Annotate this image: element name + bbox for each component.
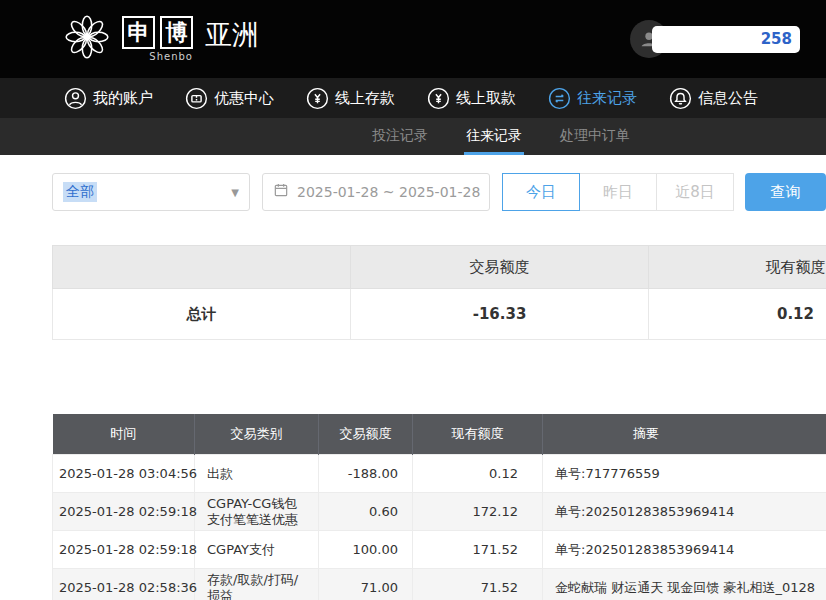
account-icon bbox=[64, 87, 87, 110]
col-header-time: 时间 bbox=[53, 414, 195, 455]
bell-icon bbox=[669, 87, 692, 110]
nav-label: 优惠中心 bbox=[214, 89, 274, 108]
col-header-memo: 摘要 bbox=[543, 414, 826, 455]
cell-amount: 0.60 bbox=[319, 493, 413, 531]
nav-label: 往来记录 bbox=[577, 89, 637, 108]
cell-time: 2025-01-28 03:04:56 bbox=[53, 455, 195, 493]
tab-pending-orders[interactable]: 处理中订单 bbox=[558, 118, 632, 155]
brand-char-1: 申 bbox=[122, 16, 155, 49]
tab-bet-records[interactable]: 投注记录 bbox=[370, 118, 430, 155]
cell-time: 2025-01-28 02:59:18 bbox=[53, 531, 195, 569]
cell-memo: 单号:202501283853969414 bbox=[543, 493, 826, 531]
table-row: 2025-01-28 02:59:18 CGPAY支付 100.00 171.5… bbox=[53, 531, 826, 569]
nav-item-withdraw[interactable]: 线上取款 bbox=[427, 87, 516, 110]
nav-item-announcements[interactable]: 信息公告 bbox=[669, 87, 758, 110]
cell-type: CGPAY-CG钱包支付笔笔送优惠 bbox=[195, 493, 319, 531]
date-range-value: 2025-01-28 ~ 2025-01-28 bbox=[297, 184, 480, 200]
filter-bar: 全部 ▼ 2025-01-28 ~ 2025-01-28 今日 昨日 近8日 查… bbox=[52, 173, 826, 211]
nav-label: 线上取款 bbox=[456, 89, 516, 108]
nav-item-transactions[interactable]: 往来记录 bbox=[548, 87, 637, 110]
summary-header-amount: 交易额度 bbox=[351, 246, 649, 289]
col-header-amount: 交易额度 bbox=[319, 414, 413, 455]
col-header-balance: 现有额度 bbox=[413, 414, 543, 455]
quick-yesterday-button[interactable]: 昨日 bbox=[579, 173, 657, 211]
cell-memo: 单号:202501283853969414 bbox=[543, 531, 826, 569]
brand-name-cn: 申 博 Shenbo bbox=[122, 16, 193, 62]
records-header-row: 时间 交易类别 交易额度 现有额度 摘要 bbox=[53, 414, 826, 455]
cell-amount: 71.00 bbox=[319, 569, 413, 600]
deposit-coin-icon bbox=[306, 87, 329, 110]
col-header-type: 交易类别 bbox=[195, 414, 319, 455]
brand-name-en: Shenbo bbox=[149, 51, 193, 62]
summary-header-empty bbox=[53, 246, 351, 289]
cell-memo: 单号:717776559 bbox=[543, 455, 826, 493]
cell-type: 存款/取款/打码/损益 bbox=[195, 569, 319, 600]
records-table: 时间 交易类别 交易额度 现有额度 摘要 2025-01-28 03:04:56… bbox=[52, 414, 826, 600]
cell-balance: 172.12 bbox=[413, 493, 543, 531]
type-select[interactable]: 全部 ▼ bbox=[52, 173, 250, 211]
cell-balance: 71.52 bbox=[413, 569, 543, 600]
quick-last8days-button[interactable]: 近8日 bbox=[656, 173, 734, 211]
cell-amount: 100.00 bbox=[319, 531, 413, 569]
summary-total-label: 总计 bbox=[53, 289, 351, 340]
table-row: 2025-01-28 02:58:36 存款/取款/打码/损益 71.00 71… bbox=[53, 569, 826, 600]
account-area[interactable]: 258 bbox=[630, 20, 800, 58]
withdraw-coin-icon bbox=[427, 87, 450, 110]
summary-total-amount: -16.33 bbox=[351, 289, 649, 340]
cell-time: 2025-01-28 02:58:36 bbox=[53, 569, 195, 600]
nav-label: 信息公告 bbox=[698, 89, 758, 108]
calendar-icon bbox=[273, 182, 289, 202]
cell-balance: 0.12 bbox=[413, 455, 543, 493]
cell-type: 出款 bbox=[195, 455, 319, 493]
summary-table: 交易额度 现有额度 总计 -16.33 0.12 bbox=[52, 245, 826, 340]
brand-char-2: 博 bbox=[160, 16, 193, 49]
summary-total-balance: 0.12 bbox=[649, 289, 826, 340]
sub-nav: 投注记录 往来记录 处理中订单 bbox=[0, 118, 826, 155]
quick-today-button[interactable]: 今日 bbox=[502, 173, 580, 211]
nav-label: 线上存款 bbox=[335, 89, 395, 108]
cell-balance: 171.52 bbox=[413, 531, 543, 569]
type-select-value: 全部 bbox=[63, 182, 97, 202]
account-name-masked: 258 bbox=[652, 26, 800, 53]
summary-row: 总计 -16.33 0.12 bbox=[53, 289, 826, 340]
quick-date-group: 今日 昨日 近8日 bbox=[502, 173, 734, 211]
nav-item-deposit[interactable]: 线上存款 bbox=[306, 87, 395, 110]
flower-logo-icon bbox=[62, 12, 112, 66]
date-range-input[interactable]: 2025-01-28 ~ 2025-01-28 bbox=[262, 173, 490, 211]
content: 全部 ▼ 2025-01-28 ~ 2025-01-28 今日 昨日 近8日 查… bbox=[0, 155, 826, 600]
brand-region: 亚洲 bbox=[205, 17, 259, 53]
coupon-icon bbox=[185, 87, 208, 110]
tab-transaction-records[interactable]: 往来记录 bbox=[464, 118, 524, 155]
main-nav: 我的账户 优惠中心 线上存款 线上取款 bbox=[0, 78, 826, 118]
search-button[interactable]: 查询 bbox=[745, 173, 826, 211]
nav-item-promotions[interactable]: 优惠中心 bbox=[185, 87, 274, 110]
cell-time: 2025-01-28 02:59:18 bbox=[53, 493, 195, 531]
cell-type: CGPAY支付 bbox=[195, 531, 319, 569]
nav-label: 我的账户 bbox=[93, 89, 153, 108]
summary-header-balance: 现有额度 bbox=[649, 246, 826, 289]
top-header: 申 博 Shenbo 亚洲 258 bbox=[0, 0, 826, 78]
nav-item-my-account[interactable]: 我的账户 bbox=[64, 87, 153, 110]
table-row: 2025-01-28 02:59:18 CGPAY-CG钱包支付笔笔送优惠 0.… bbox=[53, 493, 826, 531]
cell-memo: 金蛇献瑞 财运通天 现金回馈 豪礼相送_0128 bbox=[543, 569, 826, 600]
brand-logo[interactable]: 申 博 Shenbo 亚洲 bbox=[62, 12, 259, 66]
cell-amount: -188.00 bbox=[319, 455, 413, 493]
table-row: 2025-01-28 03:04:56 出款 -188.00 0.12 单号:7… bbox=[53, 455, 826, 493]
chevron-down-icon: ▼ bbox=[231, 187, 239, 198]
transfer-arrows-icon bbox=[548, 87, 571, 110]
